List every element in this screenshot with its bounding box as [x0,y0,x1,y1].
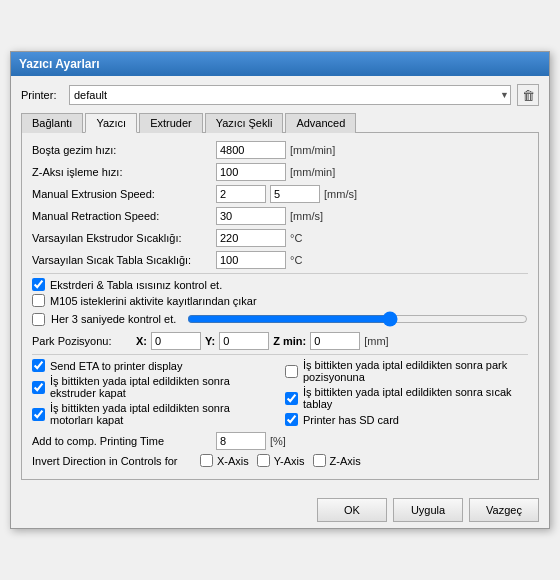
bosta-gezim-unit: [mm/min] [290,144,335,156]
invert-y-group: Y-Axis [257,454,305,467]
her3-checkbox[interactable] [32,313,45,326]
varsayilan-sicak-row: Varsayılan Sıcak Tabla Sıcaklığı: °C [32,251,528,269]
park-x-input[interactable] [151,332,201,350]
z-aksi-unit: [mm/min] [290,166,335,178]
comp-unit: [%] [270,435,310,447]
ekstr-checkbox-row: Ekstrderi & Tabla ısısınız kontrol et. [32,278,528,291]
comp-label: Add to comp. Printing Time [32,435,212,447]
manual-retraction-input[interactable] [216,207,286,225]
manual-retraction-unit: [mm/s] [290,210,330,222]
send-eta-row: Send ETA to printer display [32,359,275,372]
park-z-label: Z min: [273,335,306,347]
tab-bar: Bağlantı Yazıcı Extruder Yazıcı Şekli Ad… [21,112,539,133]
motorlari-kapat-label: İş bittikten yada iptal edildikten sonra… [50,402,275,426]
park-unit: [mm] [364,335,404,347]
varsayilan-ekstrudur-unit: °C [290,232,330,244]
varsayilan-ekstrudur-input[interactable] [216,229,286,247]
tab-extruder[interactable]: Extruder [139,113,203,133]
left-checkboxes: Send ETA to printer display İş bittikten… [32,359,275,429]
her3-slider-row: Her 3 saniyede kontrol et. [32,310,528,328]
sicak-tablay-row: İş bittikten yada iptal edildikten sonra… [285,386,528,410]
park-poz-checkbox[interactable] [285,365,298,378]
printer-label: Printer: [21,89,63,101]
ekstruder-kapat-checkbox[interactable] [32,381,45,394]
invert-x-group: X-Axis [200,454,249,467]
varsayilan-ekstrudur-row: Varsayılan Ekstrudor Sıcaklığı: °C [32,229,528,247]
ok-button[interactable]: OK [317,498,387,522]
invert-z-label: Z-Axis [330,455,361,467]
varsayilan-ekstrudur-label: Varsayılan Ekstrudor Sıcaklığı: [32,232,212,244]
z-aksi-label: Z-Aksı işleme hızı: [32,166,212,178]
tab-yazici-sekli[interactable]: Yazıcı Şekli [205,113,284,133]
motorlari-kapat-row: İş bittikten yada iptal edildikten sonra… [32,402,275,426]
send-eta-label: Send ETA to printer display [50,360,182,372]
park-z-input[interactable] [310,332,360,350]
park-poz-label: İş bittikten yada iptal edildikten sonra… [303,359,528,383]
her3-slider[interactable] [187,310,528,328]
manual-extrusion-row: Manual Extrusion Speed: [mm/s] [32,185,528,203]
right-checkboxes: İş bittikten yada iptal edildikten sonra… [285,359,528,429]
cancel-button[interactable]: Vazgeç [469,498,539,522]
m105-checkbox-row: M105 isteklerini aktivite kayıtlarından … [32,294,528,307]
manual-retraction-row: Manual Retraction Speed: [mm/s] [32,207,528,225]
printer-combo-wrapper: default ▼ [69,85,511,105]
comp-input[interactable] [216,432,266,450]
invert-z-group: Z-Axis [313,454,361,467]
park-label: Park Pozisyonu: [32,335,132,347]
m105-checkbox[interactable] [32,294,45,307]
main-window: Yazıcı Ayarları Printer: default ▼ 🗑 Bağ… [10,51,550,529]
m105-label: M105 isteklerini aktivite kayıtlarından … [50,295,257,307]
printer-select[interactable]: default [69,85,511,105]
z-aksi-input[interactable] [216,163,286,181]
invert-x-label: X-Axis [217,455,249,467]
ekstr-checkbox[interactable] [32,278,45,291]
button-row: OK Uygula Vazgeç [11,490,549,528]
title-bar: Yazıcı Ayarları [11,52,549,76]
tab-baglanti[interactable]: Bağlantı [21,113,83,133]
motorlari-kapat-checkbox[interactable] [32,408,45,421]
manual-extrusion-input1[interactable] [216,185,266,203]
bosta-gezim-input[interactable] [216,141,286,159]
park-y-input[interactable] [219,332,269,350]
sicak-tablay-checkbox[interactable] [285,392,298,405]
manual-extrusion-label: Manual Extrusion Speed: [32,188,212,200]
invert-z-checkbox[interactable] [313,454,326,467]
park-row: Park Pozisyonu: X: Y: Z min: [mm] [32,332,528,350]
manual-extrusion-input2[interactable] [270,185,320,203]
ekstr-label: Ekstrderi & Tabla ısısınız kontrol et. [50,279,222,291]
tab-content: Boşta gezim hızı: [mm/min] Z-Aksı işleme… [21,133,539,480]
sd-card-checkbox[interactable] [285,413,298,426]
two-col-checkboxes: Send ETA to printer display İş bittikten… [32,359,528,429]
manual-extrusion-unit: [mm/s] [324,188,364,200]
bosta-gezim-label: Boşta gezim hızı: [32,144,212,156]
varsayilan-sicak-input[interactable] [216,251,286,269]
z-aksi-row: Z-Aksı işleme hızı: [mm/min] [32,163,528,181]
invert-x-checkbox[interactable] [200,454,213,467]
window-title: Yazıcı Ayarları [19,57,100,71]
bosta-gezim-row: Boşta gezim hızı: [mm/min] [32,141,528,159]
sd-card-row: Printer has SD card [285,413,528,426]
tab-yazici[interactable]: Yazıcı [85,113,137,133]
invert-label: Invert Direction in Controls for [32,455,192,467]
send-eta-checkbox[interactable] [32,359,45,372]
ekstruder-kapat-row: İş bittikten yada iptal edildikten sonra… [32,375,275,399]
comp-row: Add to comp. Printing Time [%] [32,432,528,450]
sicak-tablay-label: İş bittikten yada iptal edildikten sonra… [303,386,528,410]
her3-label: Her 3 saniyede kontrol et. [51,313,181,325]
invert-row: Invert Direction in Controls for X-Axis … [32,454,528,467]
invert-y-checkbox[interactable] [257,454,270,467]
delete-button[interactable]: 🗑 [517,84,539,106]
ekstruder-kapat-label: İş bittikten yada iptal edildikten sonra… [50,375,275,399]
apply-button[interactable]: Uygula [393,498,463,522]
park-y-label: Y: [205,335,215,347]
manual-retraction-label: Manual Retraction Speed: [32,210,212,222]
invert-y-label: Y-Axis [274,455,305,467]
park-poz-row: İş bittikten yada iptal edildikten sonra… [285,359,528,383]
varsayilan-sicak-label: Varsayılan Sıcak Tabla Sıcaklığı: [32,254,212,266]
park-x-label: X: [136,335,147,347]
tab-advanced[interactable]: Advanced [285,113,356,133]
sd-card-label: Printer has SD card [303,414,399,426]
varsayilan-sicak-unit: °C [290,254,330,266]
